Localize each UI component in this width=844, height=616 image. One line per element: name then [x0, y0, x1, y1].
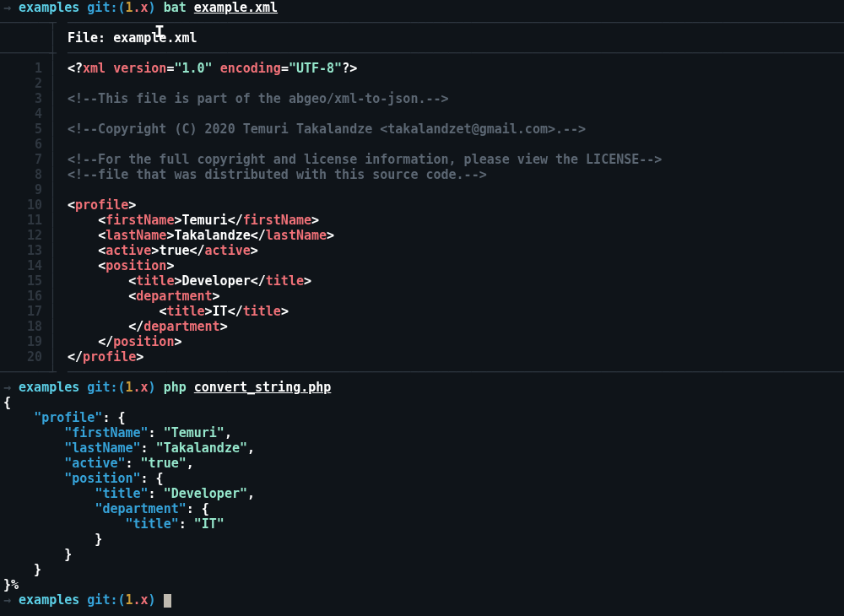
code-line: 4│ [0, 106, 844, 122]
code-line: 9│ [0, 182, 844, 197]
code-line: 19│ </position> [0, 334, 844, 349]
branch-suffix: x [141, 0, 149, 15]
file-label: File: [68, 30, 106, 46]
paren-close: ) [149, 0, 156, 15]
code-line: 2│ [0, 76, 844, 91]
paren-open: ( [117, 0, 125, 15]
arg-convert-string-php: convert_string.php [194, 380, 332, 395]
code-line: 3│<!--This file is part of the abgeo/xml… [0, 91, 844, 106]
json-line: { [0, 395, 844, 410]
code-line: 12│ <lastName>Takalandze</lastName> [0, 228, 844, 243]
json-line: "title": "IT" [0, 516, 844, 532]
json-line: "department": { [0, 501, 844, 516]
code-line: 13│ <active>true</active> [0, 243, 844, 258]
bat-output: ───────┬────────────────────────────────… [0, 15, 844, 380]
arg-example-xml: example.xml [194, 0, 278, 15]
prompt-git-label: git: [87, 380, 117, 395]
json-line: "position": { [0, 471, 844, 486]
prompt-git-label: git: [87, 592, 117, 608]
code-line: 10│<profile> [0, 197, 844, 213]
command-php: php [164, 380, 187, 395]
code-line: 6│ [0, 137, 844, 152]
json-line: "active": "true", [0, 456, 844, 471]
bat-file-header: │File: example.xml [0, 30, 844, 46]
bat-rule-mid: ───────┼────────────────────────────────… [0, 46, 844, 61]
branch-dot: . [133, 0, 141, 15]
terminal-cursor[interactable] [164, 594, 171, 608]
json-line: } [0, 547, 844, 562]
branch-major: 1 [126, 0, 133, 15]
prompt-arrow: → [3, 592, 11, 608]
prompt-arrow: → [3, 0, 11, 15]
code-line: 1│<?xml version="1.0" encoding="UTF-8"?> [0, 61, 844, 76]
code-line: 20│</profile> [0, 349, 844, 365]
code-line: 18│ </department> [0, 319, 844, 334]
prompt-git-label: git: [87, 0, 117, 15]
json-line: } [0, 562, 844, 577]
terminal-screen[interactable]: → examples git:(1.x) bat example.xml ───… [0, 0, 844, 608]
prompt-arrow: → [3, 380, 11, 395]
bat-rule-bot: ───────┴────────────────────────────────… [0, 365, 844, 380]
code-line: 8│<!--file that was distributed with thi… [0, 167, 844, 182]
prompt-line-3[interactable]: → examples git:(1.x) [0, 592, 844, 608]
code-line: 14│ <position> [0, 258, 844, 273]
code-line: 17│ <title>IT</title> [0, 304, 844, 319]
prompt-line-1: → examples git:(1.x) bat example.xml [0, 0, 844, 15]
prompt-dir: examples [19, 0, 79, 15]
code-line: 7│<!--For the full copyright and license… [0, 152, 844, 167]
bat-rule-top: ───────┬────────────────────────────────… [0, 15, 844, 30]
prompt-dir: examples [19, 380, 79, 395]
json-line: "firstName": "Temuri", [0, 425, 844, 440]
prompt-dir: examples [19, 592, 79, 608]
code-line: 11│ <firstName>Temuri</firstName> [0, 213, 844, 228]
json-line: "profile": { [0, 410, 844, 425]
code-line: 5│<!--Copyright (C) 2020 Temuri Takaland… [0, 122, 844, 137]
php-json-output: { "profile": { "firstName": "Temuri", "l… [0, 395, 844, 592]
code-line: 15│ <title>Developer</title> [0, 273, 844, 289]
file-name: example.xml [113, 30, 197, 46]
prompt-line-2: → examples git:(1.x) php convert_string.… [0, 380, 844, 395]
json-line: "title": "Developer", [0, 486, 844, 501]
code-line: 16│ <department> [0, 289, 844, 304]
json-line: } [0, 532, 844, 547]
command-bat: bat [164, 0, 187, 15]
json-line: "lastName": "Takalandze", [0, 440, 844, 456]
json-line: }% [0, 577, 844, 592]
